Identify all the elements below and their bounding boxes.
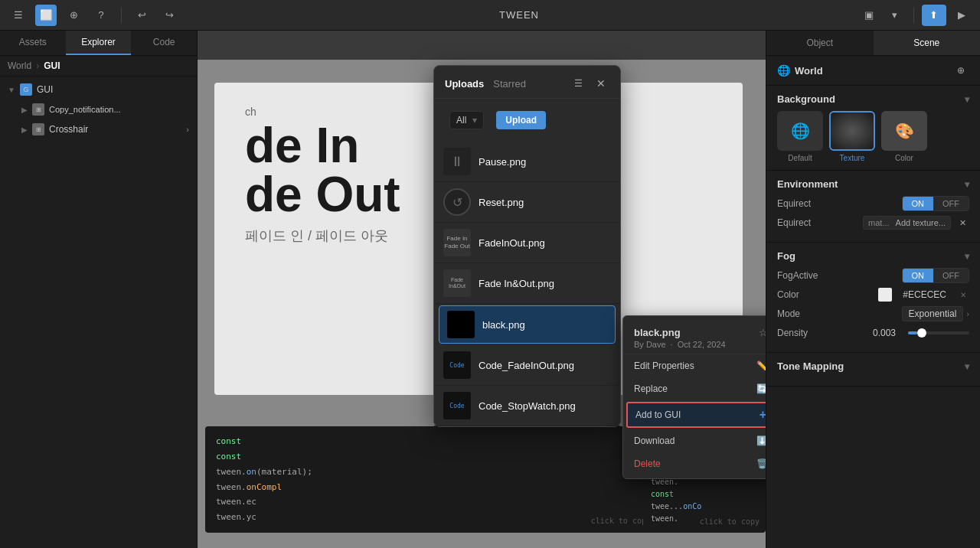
ctx-by: By Dave [634, 340, 666, 349]
tab-starred[interactable]: Starred [493, 78, 526, 90]
upload-item-codewatch[interactable]: Code Code_StopWatch.png [434, 386, 620, 426]
redo-button[interactable]: ↪ [158, 5, 180, 26]
upload-item-fade2[interactable]: Fade In&Out Fade In&Out.png [434, 263, 620, 304]
help-button[interactable]: ? [90, 5, 112, 26]
click-to-copy2[interactable]: click to copy [700, 516, 760, 528]
play-button[interactable]: ▶ [951, 5, 972, 26]
list-view-button[interactable]: ☰ [570, 75, 586, 92]
close-upload-panel[interactable]: ✕ [593, 75, 609, 92]
world-row: 🌐 World ⊕ [766, 56, 980, 86]
fog-header[interactable]: Fog ▾ [777, 250, 969, 262]
ctx-dot: · [671, 340, 673, 349]
upload-item-codefade[interactable]: Code Code_FadeInOut.png [434, 345, 620, 386]
layout-chevron[interactable]: ▾ [884, 5, 906, 26]
fog-color-row: Color #ECECEC ✕ [777, 288, 969, 302]
fog-density-slider[interactable] [908, 331, 969, 334]
world-settings-button[interactable]: ⊕ [952, 62, 969, 79]
tone-mapping-label: Tone Mapping [777, 360, 844, 372]
environment-header[interactable]: Environment ▾ [777, 178, 969, 190]
fogactive-on[interactable]: ON [903, 269, 934, 282]
canvas-area: ch de In de Out 페이드 인 / 페이드 아웃 const con… [198, 31, 766, 548]
fog-mode-select[interactable]: Exponential › [902, 306, 969, 321]
fog-density-control: 0.003 [867, 326, 969, 340]
fadeinout-thumb: Fade InFade Out [443, 229, 471, 256]
more-icon[interactable]: › [186, 125, 189, 134]
tone-chevron: ▾ [965, 361, 969, 372]
tone-mapping-header[interactable]: Tone Mapping ▾ [777, 360, 969, 372]
texture-field[interactable]: mat... Add texture... [863, 216, 951, 230]
app-title: TWEEN [499, 9, 539, 21]
right-sidebar: Object Scene 🌐 World ⊕ Background ▾ 🌐 [766, 31, 980, 548]
equirect-tex-label: Equirect [777, 217, 811, 228]
codewatch-thumb: Code [443, 392, 471, 419]
copy-icon: ⊞ [32, 103, 44, 116]
ctx-add-to-gui[interactable]: Add to GUI + [626, 402, 766, 428]
menu-button[interactable]: ☰ [8, 5, 29, 26]
equirect-off[interactable]: OFF [933, 197, 969, 210]
star-icon[interactable]: ☆ [759, 327, 766, 338]
equirect-texture-input: mat... Add texture... ✕ [863, 216, 969, 230]
upload-item-fadeinout[interactable]: Fade InFade Out FadeInOut.png [434, 223, 620, 263]
upload-item-black[interactable]: black.png [439, 305, 616, 344]
context-menu: black.png ☆ By Dave · Oct 22, 2024 Edit … [622, 315, 766, 479]
upload-name-codewatch: Code_StopWatch.png [479, 400, 576, 412]
fogactive-off[interactable]: OFF [933, 269, 969, 282]
tree-item-crosshair[interactable]: ▶ ⊞ Crosshair › [0, 119, 197, 139]
target-button[interactable]: ⊕ [63, 5, 84, 26]
topbar-left: ☰ ⬜ ⊕ ? ↩ ↪ [8, 5, 180, 26]
upload-item-reset[interactable]: ↺ Reset.png [434, 182, 620, 223]
fog-color-label: Color [777, 289, 799, 300]
tab-code[interactable]: Code [131, 31, 197, 55]
fog-color-value[interactable]: #ECECEC ✕ [878, 288, 969, 302]
tab-assets[interactable]: Assets [0, 31, 66, 55]
fog-color-close[interactable]: ✕ [957, 289, 969, 301]
bg-option-texture[interactable]: Texture [829, 111, 875, 162]
upload-button-main[interactable]: Upload [496, 111, 546, 129]
tab-scene[interactable]: Scene [874, 31, 981, 55]
fog-color-swatch [878, 288, 892, 302]
codefade-thumb: Code [443, 351, 471, 379]
arrow-icon: ▼ [8, 86, 15, 94]
tab-explorer[interactable]: Explorer [66, 31, 132, 55]
bg-thumb-color: 🎨 [881, 111, 927, 151]
left-sidebar: Assets Explorer Code World › GUI ▼ G GUI… [0, 31, 198, 548]
texture-add-label: Add texture... [896, 218, 946, 227]
ctx-edit-properties[interactable]: Edit Properties ✏️ [623, 354, 766, 377]
environment-label: Environment [777, 178, 838, 190]
breadcrumb-world[interactable]: World [8, 60, 31, 71]
layout-button[interactable]: ▣ [858, 5, 880, 26]
ctx-addgui-label: Add to GUI [635, 409, 681, 420]
world-text: World [795, 65, 823, 77]
ctx-download[interactable]: Download ⬇️ [623, 429, 766, 452]
breadcrumb-gui[interactable]: GUI [44, 60, 60, 71]
equirect-on[interactable]: ON [903, 197, 934, 210]
tree-item-copy[interactable]: ▶ ⊞ Copy_notification... [0, 99, 197, 119]
filter-dropdown[interactable]: All ▾ [449, 111, 484, 129]
click-to-copy[interactable]: click to copy [591, 514, 651, 528]
ctx-edit-icon: ✏️ [756, 360, 766, 371]
ctx-replace[interactable]: Replace 🔄 [623, 377, 766, 400]
tab-object[interactable]: Object [766, 31, 874, 55]
upload-button[interactable]: ⬆ [922, 5, 946, 26]
fogactive-toggle[interactable]: ON OFF [902, 268, 970, 283]
sidebar-tree: ▼ G GUI ▶ ⊞ Copy_notification... ▶ ⊞ Cro… [0, 77, 197, 548]
bg-option-color[interactable]: 🎨 Color [881, 111, 927, 162]
fog-label: Fog [777, 250, 795, 262]
background-section: Background ▾ 🌐 Default Texture 🎨 [766, 86, 980, 171]
bg-label-texture: Texture [840, 154, 865, 162]
equirect-toggle[interactable]: ON OFF [902, 196, 970, 211]
divider [121, 8, 122, 23]
ctx-delete[interactable]: Delete 🗑️ [623, 452, 766, 475]
upload-item-pause[interactable]: ⏸ Pause.png [434, 142, 620, 182]
tree-item-gui[interactable]: ▼ G GUI [0, 80, 197, 99]
environment-section: Environment ▾ Equirect ON OFF Equirect m… [766, 171, 980, 243]
bg-option-default[interactable]: 🌐 Default [777, 111, 823, 162]
tab-uploads[interactable]: Uploads [445, 78, 484, 90]
screen-button[interactable]: ⬜ [35, 5, 57, 26]
undo-button[interactable]: ↩ [131, 5, 152, 26]
texture-close-button[interactable]: ✕ [956, 216, 969, 230]
ctx-replace-icon: 🔄 [756, 383, 766, 394]
background-header[interactable]: Background ▾ [777, 93, 969, 105]
upload-name-pause: Pause.png [479, 156, 526, 168]
code-line4: tween.onCompl [216, 482, 282, 492]
